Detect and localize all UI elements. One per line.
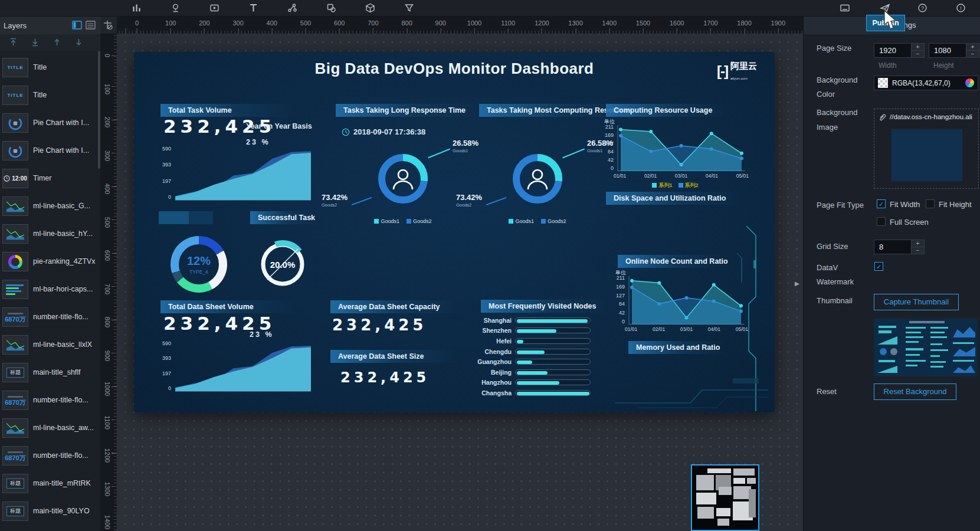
background-color-label-2: Color	[817, 90, 835, 99]
grid-size-stepper[interactable]: +−	[912, 240, 925, 254]
publish-icon[interactable]	[880, 3, 890, 14]
data-sheet-yoy-value: 23 %	[250, 330, 274, 339]
title-thumb: TITLE	[7, 65, 23, 70]
panel-header-avg-capacity[interactable]: Average Data Sheet Capacity	[330, 300, 458, 313]
reset-label: Reset	[817, 387, 837, 396]
background-image-url[interactable]: //datav.oss-cn-hangzhou.ali	[874, 109, 978, 124]
timer-widget[interactable]: 2018-09-07 17:36:38	[342, 127, 425, 136]
layer-item-hbar[interactable]: ml-bar-hori-caps...	[0, 276, 98, 303]
grid-size-label: Grid Size	[817, 242, 848, 251]
donut-most-computing[interactable]	[509, 150, 566, 207]
visited-nodes-bars[interactable]: Shanghai Shenzhen Hefei Chengdu Guangzho…	[477, 315, 601, 398]
screen-icon[interactable]	[840, 3, 850, 14]
move-down-icon[interactable]	[74, 37, 84, 47]
move-up-icon[interactable]	[52, 37, 62, 47]
background-image-box[interactable]: //datav.oss-cn-hangzhou.ali	[874, 109, 979, 189]
grid-size-field[interactable]	[874, 240, 912, 254]
thumbnail-label: Thumbnail	[817, 296, 853, 305]
panel-header-resource-usage[interactable]: Computing Resource Usage	[606, 104, 727, 117]
page-fit-label: Page Fit Type	[817, 201, 864, 209]
node-bar-row: Shenzhen	[477, 326, 601, 336]
layer-item-main-title-1[interactable]: 标题main-title_shflf	[0, 359, 98, 386]
funnel-icon[interactable]	[404, 3, 415, 14]
notice-icon[interactable]: !	[956, 3, 966, 14]
watermark-label-1: DataV	[817, 263, 838, 272]
panel-header-visited-nodes[interactable]: Most Frequently Visited Nodes	[481, 300, 609, 313]
publish-tooltip[interactable]: Publish	[866, 15, 905, 31]
dashboard-screen[interactable]: Big Data DevOps Monitor Dashboard [-] 阿里…	[134, 52, 775, 412]
height-stepper[interactable]: +−	[966, 43, 979, 58]
media-player-icon[interactable]	[209, 3, 220, 14]
panel-header-total-task-volume[interactable]: Total Task Volume	[160, 104, 296, 117]
layer-item-number-2[interactable]: 6870万number-title-flo...	[0, 386, 98, 414]
ring-chart-type4[interactable]: 12%TYPE_4	[171, 236, 227, 293]
layer-item-main-title-2[interactable]: 标题main-title_mRtRK	[0, 470, 98, 497]
page-width-input[interactable]: +−	[874, 43, 925, 58]
area-chart-data-sheet[interactable]: 5903931970	[158, 341, 311, 394]
layer-item-title-1[interactable]: TITLETitle	[0, 54, 98, 81]
panel-header-memory-used[interactable]: Memory Used and Ratio	[628, 341, 725, 354]
background-image-preview	[891, 129, 962, 181]
panel-collapse-arrow[interactable]: ▶	[795, 280, 799, 287]
layer-item-number-3[interactable]: 6870万number-title-flo...	[0, 442, 98, 470]
height-field[interactable]	[929, 43, 966, 58]
layer-item-line-3[interactable]: ml-line-basic_llxlX	[0, 331, 98, 359]
avg-capacity-value: 232,425	[332, 316, 427, 334]
panel-header-total-data-sheet[interactable]: Total Data Sheet Volume	[160, 300, 296, 313]
help-icon[interactable]: ?	[917, 3, 928, 14]
panel-header-avg-size[interactable]: Average Data Sheet Size	[330, 350, 458, 363]
guides-toggle-icon[interactable]	[99, 17, 117, 34]
empty-title-block[interactable]	[159, 211, 213, 224]
bar-chart-icon[interactable]	[132, 3, 142, 14]
background-color-label-1: Background	[817, 76, 857, 84]
color-wheel-icon[interactable]	[965, 78, 974, 87]
move-to-top-icon[interactable]	[8, 37, 18, 47]
layer-item-number-1[interactable]: 6870万number-title-flo...	[0, 303, 98, 331]
donut-legend: Goods1Goods2	[362, 218, 444, 224]
layers-header: Layers	[0, 17, 100, 34]
width-stepper[interactable]: +−	[912, 43, 925, 58]
watermark-checkbox[interactable]	[874, 262, 883, 271]
panel-header-online-nodes[interactable]: Online Node Count and Ratio	[618, 255, 723, 268]
shapes-icon[interactable]	[326, 3, 337, 14]
layer-item-pie-ranking[interactable]: pie-ranking_4ZTVx	[0, 248, 98, 276]
circuit-decoration	[615, 373, 769, 410]
move-to-bottom-icon[interactable]	[30, 37, 40, 47]
panel-header-successful-task[interactable]: Successful Task	[250, 211, 316, 224]
layer-item-line-1[interactable]: ml-line-basic_G...	[0, 192, 98, 220]
background-color-picker[interactable]: RGBA(13,42,67,0)	[874, 76, 978, 90]
fit-height-checkbox[interactable]	[926, 199, 935, 208]
panel-header-long-response[interactable]: Tasks Taking Long Response Time	[336, 104, 478, 117]
list-view-icon[interactable]	[86, 21, 96, 30]
cube-icon[interactable]	[365, 3, 376, 14]
layer-item-line-2[interactable]: ml-line-basic_hY...	[0, 220, 98, 248]
area-chart-total-task-volume[interactable]: 5903931970	[158, 146, 311, 203]
layer-item-main-title-3[interactable]: 标题main-title_90LYO	[0, 497, 98, 525]
text-tool-icon[interactable]	[248, 3, 259, 14]
dashboard-title[interactable]: Big Data DevOps Monitor Dashboard	[134, 60, 775, 78]
layer-item-title-2[interactable]: TITLETitle	[0, 81, 98, 109]
map-pin-icon[interactable]	[171, 3, 181, 14]
capture-thumbnail-button[interactable]: Capture Thumbnail	[874, 294, 959, 310]
panel-header-disk-space[interactable]: Disk Space and Utilization Ratio	[606, 192, 742, 205]
width-field[interactable]	[874, 43, 912, 58]
layer-item-line-4[interactable]: ml-line-basic_aw...	[0, 414, 98, 442]
layer-item-timer[interactable]: 12:00Timer	[0, 165, 98, 192]
full-screen-checkbox[interactable]	[877, 217, 886, 226]
donut-long-response[interactable]	[375, 150, 431, 207]
reset-background-button[interactable]: Reset Background	[874, 384, 956, 400]
relation-graph-icon[interactable]	[287, 3, 298, 14]
editor-canvas[interactable]: Big Data DevOps Monitor Dashboard [-] 阿里…	[117, 34, 803, 531]
layer-item-pie-1[interactable]: Pie Chart with I...	[0, 109, 98, 137]
grid-size-input[interactable]: +−	[874, 240, 925, 254]
line-chart-resource-usage[interactable]: 单位2111691278442001/0102/0103/0104/0105/0…	[603, 120, 748, 191]
fit-width-checkbox[interactable]	[877, 199, 886, 208]
gauge-successful-task[interactable]: 20.0%	[257, 238, 309, 290]
thumbnail-preview	[874, 319, 978, 376]
minimap[interactable]	[691, 464, 759, 531]
layer-item-pie-2[interactable]: Pie Chart with I...	[0, 137, 98, 165]
sidebar-scrollbar[interactable]	[98, 51, 100, 169]
page-height-input[interactable]: +−	[929, 43, 979, 58]
node-bar-row: Hangzhou	[477, 378, 601, 388]
thumbnail-view-icon[interactable]	[72, 21, 82, 30]
